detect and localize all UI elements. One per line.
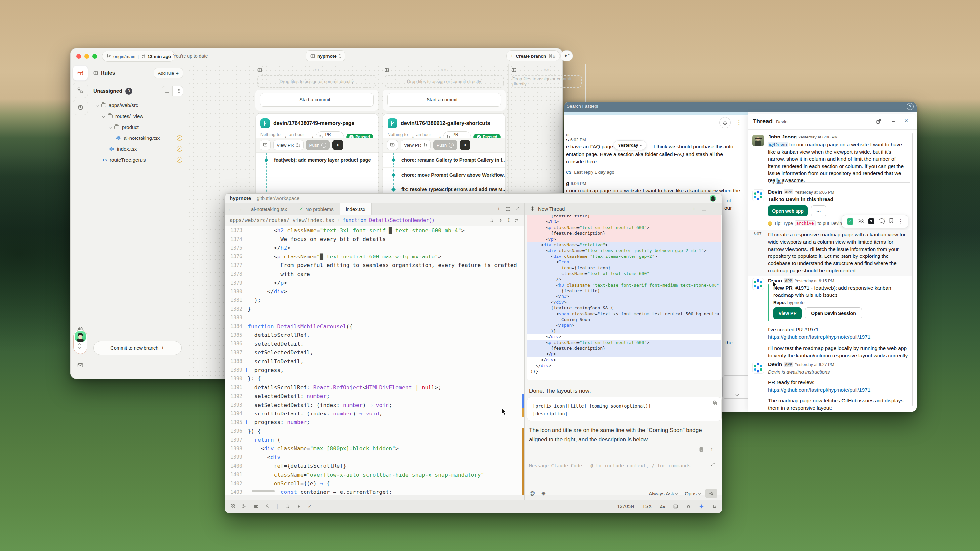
code-line[interactable]: 1402 onScroll={(e) ⇒ { <box>225 479 524 487</box>
devin-avatar[interactable] <box>752 278 764 290</box>
buffer-search-icon[interactable] <box>489 218 494 223</box>
preview-button[interactable] <box>259 140 271 150</box>
create-branch-button[interactable]: + Create branch ⌘B <box>506 50 560 62</box>
scroll-top-icon[interactable]: ↑ <box>710 446 713 452</box>
git-panel-icon[interactable] <box>242 504 247 509</box>
code-line[interactable]: 1387 setSelectedDetail, <box>225 348 524 357</box>
mention[interactable]: @Devin <box>768 142 788 148</box>
tree-item-index-tsx[interactable]: index.tsx <box>89 143 187 154</box>
tree-item-apps-web-src[interactable]: apps/web/src <box>89 100 187 111</box>
minimize-traffic-light[interactable] <box>84 54 89 59</box>
pr-link[interactable]: https://github.com/fastrepl/hyprnote/pul… <box>768 334 870 340</box>
drop-zone[interactable]: Drop files to assign or commit directly <box>257 75 376 87</box>
more-message-actions-icon[interactable]: ⋮ <box>898 219 903 224</box>
code-line[interactable]: 1390}: { <box>225 375 524 383</box>
start-commit-button[interactable]: Start a commit... <box>387 93 501 107</box>
markdown-file-icon[interactable] <box>698 447 703 452</box>
thread-scrollbar[interactable] <box>912 133 913 406</box>
code-line[interactable]: 1383 <box>225 313 524 322</box>
pr-link[interactable]: https://github.com/fastrepl/hyprnote/pul… <box>768 387 870 393</box>
preview-button[interactable] <box>387 140 398 150</box>
add-rule-button[interactable]: Add rule+ <box>154 68 183 78</box>
project-panel-icon[interactable] <box>231 504 235 509</box>
assistant-menu-icon[interactable]: ⋯ <box>712 206 718 212</box>
column-menu-icon[interactable]: ⋯ <box>577 67 582 73</box>
code-line[interactable]: 1381 ); <box>225 296 524 305</box>
code-line[interactable]: 1374 We focus on every bit of details <box>225 235 524 243</box>
code-line[interactable]: 1385 detailsScrollRef, <box>225 331 524 340</box>
open-devin-session-button[interactable]: Open Devin Session <box>805 307 862 319</box>
expand-pane-icon[interactable] <box>515 206 520 211</box>
permission-dropdown[interactable]: Always Ask <box>649 491 678 497</box>
tab-no-problems[interactable]: ✓No problems <box>293 203 340 215</box>
drop-zone[interactable]: Drop files to assign or commit directly <box>385 75 504 87</box>
code-line[interactable]: 1397 return ( <box>225 435 524 444</box>
search-status-icon[interactable] <box>285 504 290 509</box>
expand-input-icon[interactable] <box>711 462 715 467</box>
collab-avatar[interactable] <box>710 195 716 202</box>
devin-reaction-icon[interactable] <box>868 219 874 224</box>
code-line[interactable]: 1391 detailsScrollRef: React.RefObject<H… <box>225 383 524 392</box>
code-line[interactable]: 1378 with care <box>225 270 524 278</box>
branch-menu-icon[interactable]: ⋯ <box>496 142 501 148</box>
author-name[interactable]: Devin <box>768 361 782 367</box>
code-line[interactable]: 1395 progress: number; <box>225 418 524 427</box>
open-web-app-button[interactable]: Open web app <box>768 205 808 216</box>
code-line[interactable]: 1376 <p className="█ text-neutral-600 ma… <box>225 252 524 261</box>
drag-handle[interactable]: ∷∷ <box>517 68 577 72</box>
send-button[interactable] <box>705 489 718 499</box>
code-line[interactable]: 1393 setSelectedDetail: (index: number) … <box>225 401 524 409</box>
assistant-status-icon[interactable] <box>699 504 704 509</box>
pr-attachment-title[interactable]: New PR #1971 - feat(web): add responsive… <box>773 284 904 299</box>
collapse-column-icon[interactable] <box>257 68 262 72</box>
commit-row[interactable]: feat(web): add memory layer product page <box>256 153 378 167</box>
branch-name[interactable]: devin/1764380749-memory-page <box>274 120 355 126</box>
assistant-input[interactable]: Message Claude Code — @ to include conte… <box>529 463 691 468</box>
channel-kebab-icon[interactable]: ⋮ <box>736 119 742 126</box>
nav-forward-icon[interactable]: → <box>235 203 245 214</box>
more-actions-button[interactable]: ⋯ <box>811 205 826 216</box>
code-line[interactable]: 1386 selectedDetail, <box>225 340 524 348</box>
view-pr-button[interactable]: View PR <box>773 307 802 319</box>
code-line[interactable]: 1380 </div> <box>225 287 524 296</box>
repo-selector[interactable]: hyprnote <box>306 50 345 62</box>
drag-handle[interactable]: ∷∷ <box>389 68 499 72</box>
avatar[interactable] <box>752 135 764 146</box>
drop-zone[interactable]: Drop files to assign or commit directly <box>512 75 582 87</box>
commit-row[interactable]: chore: move Prompt Gallery above Workflo… <box>383 167 505 182</box>
open-in-window-icon[interactable] <box>876 119 881 124</box>
code-line[interactable]: 1394 scrollToDetail: (index: number) ⇒ v… <box>225 409 524 418</box>
mention-context-icon[interactable]: @ <box>529 490 535 497</box>
check-reaction-icon[interactable]: ✓ <box>847 219 853 225</box>
branch-ai-button[interactable]: ✦ <box>332 140 343 150</box>
drag-handle[interactable]: ∷∷ <box>262 68 371 72</box>
code-line[interactable]: 1388 scrollToDetail, <box>225 357 524 365</box>
code-line[interactable]: 1398 <div className="max-[800px]:block h… <box>225 444 524 453</box>
code-line[interactable]: 1399 <div <box>225 453 524 461</box>
code-line[interactable]: 1392 selectedDetail: number; <box>225 392 524 400</box>
thread-options-icon[interactable] <box>890 119 896 124</box>
push-button[interactable]: Push ↑ <box>306 140 330 150</box>
code-line[interactable]: 1379 </p> <box>225 278 524 287</box>
project-name[interactable]: hyprnote <box>230 195 251 201</box>
start-commit-button[interactable]: Start a commit... <box>260 93 374 107</box>
nav-back-icon[interactable]: ← <box>225 203 235 214</box>
view-toggle[interactable] <box>162 86 183 96</box>
tree-item-product[interactable]: product <box>89 122 187 133</box>
eyes-reaction-icon[interactable] <box>858 219 864 224</box>
code-line[interactable]: 1400 ref={detailsScrollRef} <box>225 462 524 470</box>
copy-icon[interactable] <box>713 400 718 405</box>
feedback-rail-button[interactable] <box>73 358 88 373</box>
diagnostics-icon[interactable] <box>297 504 301 509</box>
cursor-position[interactable]: 1370:34 <box>617 504 634 509</box>
remote-branch-pill[interactable]: origin/main | 13 min ago <box>102 51 175 62</box>
bookmark-icon[interactable] <box>889 218 894 225</box>
ai-actions-button[interactable]: ✦+ <box>560 50 573 62</box>
notifications-bell-button[interactable] <box>719 117 731 128</box>
code-line[interactable]: 1375 </h2> <box>225 244 524 252</box>
new-tab-icon[interactable]: + <box>497 206 500 212</box>
tab-index-tsx[interactable]: index.tsx <box>340 203 372 215</box>
rules-rail-button[interactable] <box>73 65 88 81</box>
commit-row[interactable]: chore: rename Gallery to Prompt Gallery … <box>383 153 505 167</box>
inline-assist-icon[interactable] <box>499 218 503 223</box>
